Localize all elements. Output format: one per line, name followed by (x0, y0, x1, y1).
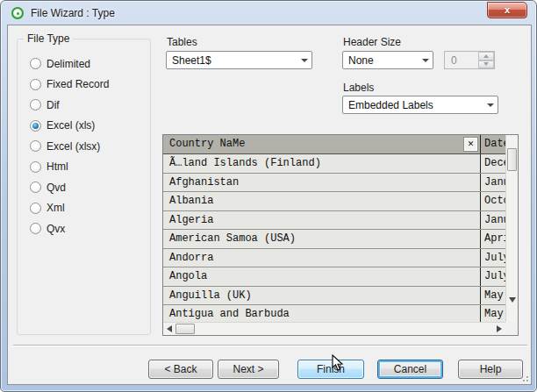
scroll-right-icon[interactable] (497, 325, 502, 332)
header-size-spinner: 0 (444, 51, 495, 69)
file-type-radio-excel-xls[interactable]: Excel (xls) (30, 116, 147, 137)
screenshot-root: File Wizard : Type x File Type Delimited… (0, 0, 537, 392)
date-cell: Janu (481, 211, 505, 230)
spinner-up-icon (478, 52, 494, 61)
window-title: File Wizard : Type (31, 7, 115, 19)
back-button[interactable]: < Back (148, 360, 213, 379)
chevron-down-icon (483, 96, 498, 113)
radio-button-icon[interactable] (30, 203, 41, 214)
table-row[interactable]: Ã…land Islands (Finland) Dece (163, 154, 505, 174)
close-icon[interactable]: x (487, 2, 527, 18)
column-header-date[interactable]: Date (481, 135, 505, 153)
header-size-label: Header Size (343, 36, 401, 48)
radio-option-label: Xml (47, 202, 65, 214)
country-cell: Ã…land Islands (Finland) (163, 154, 481, 173)
radio-option-label: Fixed Record (47, 78, 109, 90)
labels-combobox-value: Embedded Labels (348, 99, 433, 111)
country-cell: Albania (163, 192, 481, 210)
table-row[interactable]: Angola July (163, 267, 505, 287)
column-header-country-text: Country NaMe (169, 138, 245, 150)
file-type-radio-dif[interactable]: Dif (30, 95, 147, 116)
radio-option-label: Dif (47, 99, 60, 111)
country-cell: American Samoa (USA) (163, 230, 481, 248)
qlikview-app-icon (11, 7, 24, 19)
file-type-radio-html[interactable]: Html (30, 157, 147, 178)
radio-button-icon[interactable] (30, 120, 41, 132)
radio-button-icon[interactable] (30, 79, 41, 90)
radio-button-icon[interactable] (30, 161, 41, 173)
file-type-radio-delimited[interactable]: Delimited (30, 53, 147, 75)
country-cell: Algeria (163, 211, 481, 230)
country-cell: Antigua and Barbuda (163, 305, 481, 322)
date-cell: May (481, 305, 505, 322)
scroll-down-icon[interactable] (509, 303, 516, 318)
tables-combobox[interactable]: Sheet1$ (166, 51, 312, 69)
country-cell: Andorra (163, 249, 481, 267)
radio-option-label: Html (47, 160, 68, 173)
scroll-left-icon[interactable] (167, 325, 172, 332)
resize-grip[interactable] (519, 373, 528, 381)
header-size-combobox[interactable]: None (342, 51, 433, 69)
tables-label: Tables (167, 36, 197, 48)
preview-grid: Country NaMe ✕ Date Ã…land Islands (Finl… (163, 135, 505, 322)
file-type-radio-qvd[interactable]: Qvd (30, 177, 147, 198)
button-separator (13, 345, 527, 346)
radio-option-label: Qvd (47, 182, 66, 194)
title-bar[interactable]: File Wizard : Type x (1, 1, 536, 25)
dialog-client-area: File Type Delimited Fixed Record Dif Exc… (7, 25, 532, 385)
table-row[interactable]: Antigua and Barbuda May (163, 305, 505, 322)
country-cell: Angola (163, 267, 481, 286)
horizontal-scrollbar[interactable] (163, 322, 505, 335)
next-button[interactable]: Next > (218, 360, 279, 379)
finish-button[interactable]: Finish (297, 360, 364, 379)
file-type-radio-excel-xlsx[interactable]: Excel (xlsx) (30, 136, 147, 157)
spinner-buttons (478, 52, 494, 68)
country-cell: Anguilla (UK) (163, 287, 481, 305)
table-row[interactable]: Afghanistan Janu (163, 174, 505, 193)
column-close-icon[interactable]: ✕ (464, 138, 477, 151)
radio-button-icon[interactable] (30, 182, 41, 193)
preview-header-row: Country NaMe ✕ Date (163, 135, 505, 154)
table-row[interactable]: Anguilla (UK) May (163, 287, 505, 306)
date-cell: Octo (481, 192, 505, 210)
data-preview-table: Country NaMe ✕ Date Ã…land Islands (Finl… (162, 134, 519, 336)
labels-label: Labels (343, 82, 374, 94)
radio-option-label: Excel (xls) (47, 119, 95, 132)
radio-button-icon[interactable] (30, 223, 41, 234)
header-size-combobox-value: None (348, 54, 374, 67)
file-type-radio-qvx[interactable]: Qvx (30, 218, 147, 239)
horizontal-scroll-thumb[interactable] (175, 324, 195, 334)
dialog-window: File Wizard : Type x File Type Delimited… (0, 0, 537, 392)
table-row[interactable]: American Samoa (USA) Apri (163, 230, 505, 249)
preview-rows: Ã…land Islands (Finland) Dece Afghanista… (163, 154, 505, 322)
table-row[interactable]: Albania Octo (163, 192, 505, 211)
table-row[interactable]: Algeria Janu (163, 211, 505, 231)
labels-combobox[interactable]: Embedded Labels (342, 96, 498, 114)
help-button[interactable]: Help (458, 360, 523, 379)
radio-button-icon[interactable] (30, 140, 41, 152)
tables-combobox-value: Sheet1$ (172, 54, 211, 67)
radio-button-icon[interactable] (30, 58, 41, 69)
date-cell: Dece (481, 154, 505, 173)
date-cell: July (481, 249, 505, 267)
chevron-down-icon (418, 52, 433, 68)
file-type-radio-fixed-record[interactable]: Fixed Record (30, 75, 147, 96)
date-cell: Janu (481, 174, 505, 192)
vertical-scroll-thumb[interactable] (507, 148, 517, 171)
file-type-legend: File Type (24, 32, 73, 45)
file-type-radio-list: Delimited Fixed Record Dif Excel (xls) E… (30, 53, 147, 239)
date-cell: May (481, 287, 505, 305)
cancel-button[interactable]: Cancel (377, 360, 443, 379)
header-size-spinner-value: 0 (451, 54, 457, 67)
vertical-scrollbar[interactable] (505, 135, 518, 322)
spinner-down-icon (478, 61, 494, 69)
date-cell: July (481, 267, 505, 286)
file-type-radio-xml[interactable]: Xml (30, 198, 147, 219)
table-row[interactable]: Andorra July (163, 249, 505, 268)
radio-option-label: Qvx (47, 223, 65, 235)
country-cell: Afghanistan (163, 174, 481, 192)
column-header-country[interactable]: Country NaMe ✕ (163, 135, 481, 153)
radio-option-label: Excel (xlsx) (47, 140, 100, 153)
radio-button-icon[interactable] (30, 99, 41, 110)
date-cell: Apri (481, 230, 505, 248)
